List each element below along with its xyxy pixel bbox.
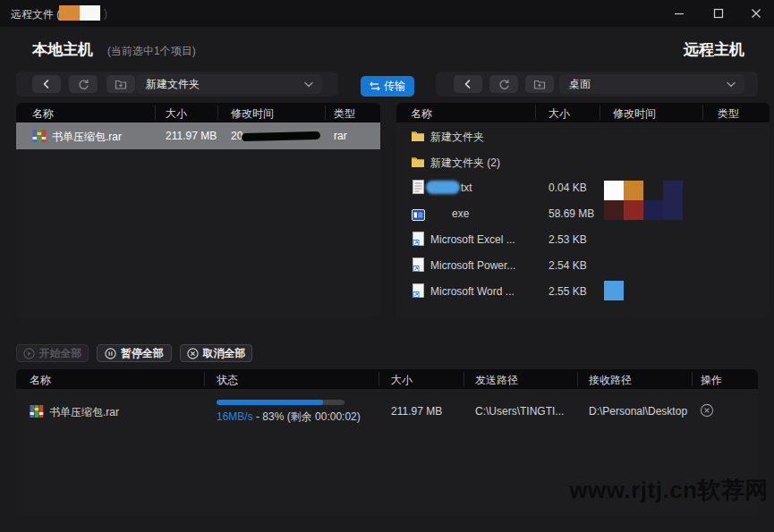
col-name: 名称 — [411, 106, 432, 122]
col-name: 名称 — [32, 106, 54, 122]
file-size: 2.53 KB — [549, 233, 587, 246]
queue-recv-path: D:\Personal\Desktop — [589, 405, 687, 418]
col-modified: 修改时间 — [231, 106, 274, 122]
window-title: 远程文件 ( — [11, 7, 60, 22]
local-back-button[interactable] — [32, 75, 61, 93]
minimize-icon — [674, 8, 685, 19]
transfer-progress-text: - 83% (剩余 00:00:02) — [253, 410, 361, 423]
refresh-icon — [498, 79, 510, 90]
redacted-session-name — [59, 5, 100, 21]
local-table-header: 名称 大小 修改时间 类型 — [16, 103, 380, 122]
file-name: exe — [452, 207, 469, 220]
exe-file-icon — [411, 207, 425, 222]
pause-all-button[interactable]: 暂停全部 — [97, 344, 172, 362]
cancel-all-label: 取消全部 — [203, 346, 246, 361]
file-row[interactable]: txt 0.04 KB — [396, 174, 770, 200]
new-folder-icon — [115, 79, 127, 90]
shortcut-file-icon — [411, 232, 425, 246]
chevron-down-icon — [304, 81, 322, 88]
local-file-table: 名称 大小 修改时间 类型 书单压缩包.rar 211.97 MB 20 rar — [16, 103, 380, 317]
winrar-archive-icon — [32, 129, 47, 143]
redaction-scribble — [242, 131, 320, 141]
col-size: 大小 — [166, 106, 187, 122]
winrar-archive-icon — [30, 404, 44, 418]
refresh-icon — [78, 79, 89, 90]
titlebar: 远程文件 ( ) — [0, 0, 774, 27]
col-send-path: 发送路径 — [475, 373, 518, 388]
cancel-all-button[interactable]: 取消全部 — [180, 344, 252, 362]
file-row[interactable]: exe 58.69 MB — [396, 200, 770, 226]
pause-all-label: 暂停全部 — [121, 346, 164, 361]
redaction-block — [604, 281, 624, 300]
redaction-blur — [426, 181, 460, 194]
maximize-button[interactable] — [703, 0, 734, 27]
local-path-dropdown[interactable]: 新建文件夹 — [136, 74, 322, 94]
file-name: Microsoft Word ... — [430, 285, 515, 298]
queue-file-size: 211.97 MB — [391, 405, 442, 418]
remote-table-body: 新建文件夹 新建文件夹 (2) txt 0.04 KB — [396, 122, 770, 317]
queue-send-path: C:\Users\TINGTI... — [475, 405, 564, 418]
queue-table-header: 名称 状态 大小 发送路径 接收路径 操作 — [16, 369, 758, 389]
folder-icon — [411, 129, 425, 143]
remove-task-button[interactable] — [700, 403, 714, 418]
file-name: Microsoft Excel ... — [430, 233, 515, 246]
file-row[interactable]: Microsoft Power... 2.54 KB — [396, 252, 770, 278]
remote-file-table: 名称 大小 修改时间 类型 新建文件夹 新建文件夹 (2) — [396, 103, 770, 317]
col-name: 名称 — [30, 373, 51, 388]
queue-row[interactable]: 书单压缩包.rar 16MB/s - 83% (剩余 00:00:02) 211… — [16, 395, 758, 427]
shortcut-file-icon — [411, 283, 425, 298]
transfer-button[interactable]: 传输 — [361, 76, 414, 97]
file-row[interactable]: 新建文件夹 (2) — [396, 148, 770, 174]
remote-path-value: 桌面 — [559, 77, 727, 92]
text-file-icon — [411, 180, 425, 194]
chevron-down-icon — [727, 81, 744, 88]
local-host-title: 本地主机 — [32, 39, 93, 60]
local-table-body: 书单压缩包.rar 211.97 MB 20 rar — [16, 122, 380, 317]
close-button[interactable] — [741, 0, 771, 27]
col-size: 大小 — [391, 373, 413, 388]
file-name: 书单压缩包.rar — [52, 130, 122, 145]
remote-back-button[interactable] — [454, 75, 482, 93]
transfer-icon — [370, 81, 380, 91]
new-folder-icon — [533, 79, 546, 90]
col-status: 状态 — [217, 373, 238, 388]
local-new-folder-button[interactable] — [106, 75, 135, 93]
progress-fill — [217, 400, 323, 405]
window-title-paren: ) — [104, 7, 107, 20]
local-toolbar: 新建文件夹 — [16, 72, 338, 97]
col-recv-path: 接收路径 — [589, 373, 632, 388]
transfer-status: 16MB/s - 83% (剩余 00:00:02) — [217, 410, 361, 425]
transfer-label: 传输 — [384, 79, 405, 94]
remote-new-folder-button[interactable] — [525, 75, 554, 93]
file-size: 0.04 KB — [549, 182, 587, 194]
file-name: txt — [461, 182, 472, 194]
remote-path-dropdown[interactable]: 桌面 — [559, 74, 744, 94]
col-action: 操作 — [701, 373, 722, 388]
col-modified: 修改时间 — [613, 106, 656, 122]
start-all-button[interactable]: 开始全部 — [16, 344, 89, 362]
col-type: 类型 — [334, 106, 355, 122]
col-size: 大小 — [549, 106, 570, 122]
local-selection-count: (当前选中1个项目) — [107, 44, 196, 59]
pause-circle-icon — [105, 348, 116, 359]
remote-refresh-button[interactable] — [489, 75, 518, 93]
file-row-selected[interactable]: 书单压缩包.rar 211.97 MB 20 rar — [16, 122, 380, 149]
file-name: Microsoft Power... — [430, 259, 515, 272]
remote-table-header: 名称 大小 修改时间 类型 — [396, 103, 770, 122]
watermark-text: www.rjtj.cn软荐网 — [569, 475, 769, 506]
file-name: 新建文件夹 — [430, 130, 484, 145]
start-all-label: 开始全部 — [39, 346, 82, 361]
local-refresh-button[interactable] — [69, 75, 98, 93]
file-size: 211.97 MB — [166, 130, 217, 142]
shortcut-file-icon — [411, 258, 425, 272]
redaction-mosaic — [604, 181, 683, 220]
app-window: 远程文件 ( ) 本地主机 (当前选中1个项目) 远程主机 新建文件夹 — [0, 0, 774, 532]
file-type: rar — [334, 130, 347, 142]
file-row[interactable]: Microsoft Excel ... 2.53 KB — [396, 226, 770, 252]
col-type: 类型 — [718, 106, 739, 122]
local-path-value: 新建文件夹 — [136, 77, 304, 92]
file-row[interactable]: Microsoft Word ... 2.55 KB — [396, 278, 770, 304]
close-icon — [751, 8, 761, 19]
minimize-button[interactable] — [664, 0, 694, 27]
file-row[interactable]: 新建文件夹 — [396, 122, 770, 148]
